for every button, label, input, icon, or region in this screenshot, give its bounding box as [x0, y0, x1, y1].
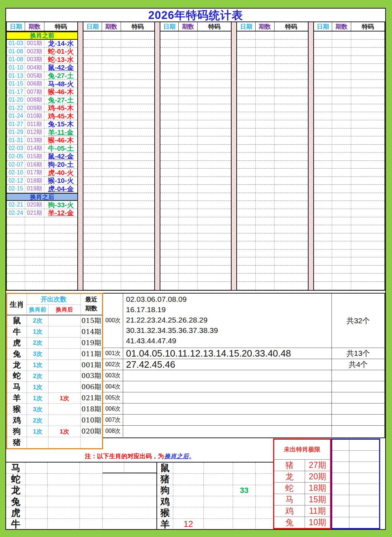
empty-grid-cell	[349, 451, 379, 462]
empty-period-cell	[102, 72, 121, 80]
frequency-table: 000次02.03.06.07.08.0916.17.18.1921.22.23…	[103, 293, 385, 438]
empty-period-cell	[102, 96, 121, 104]
empty-code-cell	[121, 161, 154, 169]
empty-code-cell	[351, 266, 384, 274]
empty-table-row	[314, 250, 384, 258]
empty-date-cell	[237, 274, 255, 281]
empty-table-row	[83, 80, 154, 88]
empty-table-row	[237, 120, 308, 129]
empty-table-row	[314, 32, 384, 40]
empty-code-cell	[198, 250, 231, 257]
empty-period-cell	[332, 32, 351, 39]
table-row: 01-10004期鼠-42-金	[7, 64, 77, 72]
empty-date-cell	[160, 193, 179, 201]
frequency-row: 006次	[103, 403, 384, 415]
bottom-middle-zodiac: 猪	[157, 474, 173, 484]
empty-code-cell	[121, 266, 154, 274]
frequency-label: 003次	[103, 370, 123, 381]
empty-period-cell	[179, 282, 198, 290]
bottom-left-zodiac: 龙	[6, 485, 26, 496]
empty-date-cell	[237, 48, 255, 55]
frequency-row: 001次01.04.05.10.11.12.13.14.15.20.33.40.…	[103, 348, 384, 359]
table-row: 01-03001期龙-14-水	[7, 40, 77, 48]
empty-table-row	[237, 250, 308, 258]
table-row: 02-07016期狗-20-土	[7, 161, 77, 169]
empty-grid-box	[331, 439, 380, 529]
empty-code-cell	[275, 120, 308, 128]
empty-period-cell	[102, 241, 121, 249]
empty-code-cell	[121, 185, 154, 193]
code-cell: 兔-27-土	[44, 96, 78, 104]
empty-code-cell	[198, 88, 231, 96]
empty-date-cell	[83, 56, 102, 64]
empty-date-cell	[314, 201, 332, 209]
empty-table-row	[314, 185, 384, 193]
empty-period-cell	[256, 145, 275, 153]
empty-date-cell	[160, 274, 179, 281]
code-cell: 鼠-42-金	[44, 153, 78, 160]
empty-table-row	[314, 104, 384, 112]
column-header-code: 特码	[275, 22, 308, 31]
note-suffix: 。	[189, 452, 195, 460]
empty-table-row	[237, 201, 308, 209]
bottom-middle-empty-cell	[233, 496, 256, 507]
empty-date-cell	[83, 193, 102, 201]
empty-code-cell	[275, 233, 308, 241]
frequency-total	[331, 381, 384, 392]
period-cell: 013期	[25, 136, 44, 144]
empty-table-row	[237, 112, 308, 120]
empty-date-cell	[83, 209, 102, 217]
bottom-left-empty-cell	[48, 474, 80, 484]
empty-grid-cell	[349, 495, 379, 506]
empty-code-cell	[351, 64, 384, 72]
empty-table-row	[160, 282, 231, 290]
bottom-left-empty-cell	[103, 463, 124, 473]
bottom-left-empty-cell	[48, 463, 80, 473]
date-cell: 01-10	[7, 64, 25, 72]
code-cell: 狗-33-火	[44, 201, 78, 209]
unreleased-zodiac-limit-box: 未出特肖极限 猪27期龙20期蛇18期马15期鸡11期兔10期	[273, 439, 331, 529]
table-row: 02-03014期牛-05-土	[7, 145, 77, 153]
stats-zodiac-cell: 狗	[7, 426, 27, 437]
stats-after-count-cell	[49, 371, 81, 382]
page-title: 2026年特码统计表	[6, 9, 385, 22]
empty-period-cell	[332, 266, 351, 274]
stats-header-after-change: 换肖后	[49, 305, 81, 315]
empty-period-cell	[332, 56, 351, 64]
empty-period-cell	[179, 56, 198, 64]
empty-code-cell	[351, 40, 384, 48]
empty-table-row	[237, 96, 308, 104]
period-cell: 004期	[25, 64, 44, 72]
code-cell: 猴-46-木	[44, 88, 78, 96]
empty-period-cell	[179, 145, 198, 153]
empty-table-row	[160, 56, 231, 64]
bottom-left-row: 马	[6, 463, 156, 474]
period-cell: 002期	[25, 48, 44, 55]
note-prefix: 注：以下生肖的对应出码，为	[85, 452, 164, 460]
empty-table-row	[83, 48, 154, 56]
empty-date-cell	[83, 48, 102, 55]
empty-date-cell	[160, 64, 179, 72]
frequency-number-line: 01.04.05.10.11.12.13.14.15.20.33.40.48	[126, 348, 331, 359]
table-row: 01-22009期鸡-45-木	[7, 104, 77, 112]
bottom-left-row: 牛	[6, 519, 156, 530]
column-header-date: 日期	[160, 22, 179, 31]
stats-recent-period-cell: 021期	[81, 393, 102, 404]
empty-table-row	[160, 48, 231, 56]
empty-code-cell	[351, 161, 384, 169]
empty-code-cell	[198, 266, 231, 274]
empty-code-cell	[198, 72, 231, 80]
empty-code-cell	[351, 233, 384, 241]
empty-grid-cell	[332, 517, 349, 528]
period-table-group-5: 日期期数特码	[313, 22, 385, 290]
empty-code-cell	[275, 129, 308, 136]
column-header-period: 期数	[256, 22, 275, 31]
empty-period-cell	[256, 64, 275, 72]
stats-after-count-cell	[49, 437, 81, 448]
empty-table-row	[314, 161, 384, 169]
empty-code-cell	[121, 153, 154, 160]
empty-table-row	[160, 153, 231, 161]
empty-period-cell	[332, 177, 351, 185]
empty-code-cell	[44, 266, 78, 274]
stats-zodiac-cell: 虎	[7, 338, 27, 349]
